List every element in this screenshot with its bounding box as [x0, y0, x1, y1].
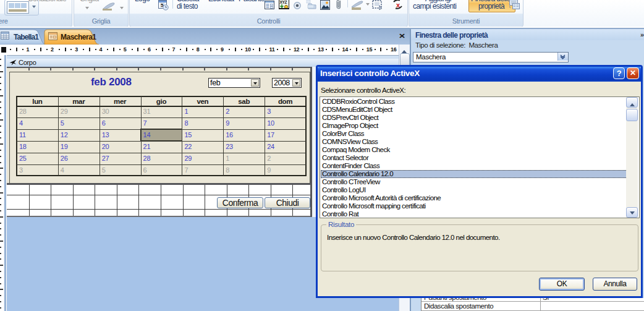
- svg-text:gio: gio: [156, 98, 167, 105]
- svg-text:XYZ: XYZ: [280, 0, 287, 4]
- svg-text:1: 1: [184, 108, 188, 115]
- svg-text:25: 25: [19, 155, 27, 162]
- svg-text:6: 6: [143, 166, 147, 174]
- svg-text:10: 10: [267, 119, 274, 127]
- svg-text:lun: lun: [32, 98, 43, 105]
- svg-text:28: 28: [143, 155, 151, 162]
- svg-text:9: 9: [267, 166, 271, 174]
- svg-text:3: 3: [267, 108, 271, 115]
- svg-text:28: 28: [19, 108, 27, 115]
- svg-text:12: 12: [61, 131, 68, 138]
- svg-text:sab: sab: [238, 98, 250, 105]
- svg-text:13: 13: [102, 131, 109, 138]
- svg-text:9: 9: [226, 119, 229, 127]
- svg-text:2: 2: [226, 108, 229, 115]
- svg-text:20: 20: [102, 143, 109, 150]
- svg-text:7: 7: [143, 119, 147, 127]
- svg-text:1: 1: [226, 155, 229, 162]
- svg-text:24: 24: [267, 143, 274, 150]
- svg-text:23: 23: [226, 143, 233, 150]
- svg-text:mer: mer: [114, 98, 127, 105]
- svg-text:27: 27: [102, 155, 109, 162]
- svg-text:31: 31: [143, 108, 151, 115]
- svg-text:16: 16: [226, 131, 233, 138]
- svg-text:3: 3: [19, 166, 23, 174]
- svg-text:30: 30: [102, 108, 109, 115]
- svg-text:19: 19: [61, 143, 68, 150]
- svg-text:ven: ven: [197, 98, 208, 105]
- svg-text:6: 6: [102, 119, 106, 127]
- svg-text:29: 29: [184, 155, 192, 162]
- svg-text:dom: dom: [278, 98, 292, 105]
- svg-text:17: 17: [267, 131, 274, 138]
- svg-text:15: 15: [184, 131, 192, 138]
- svg-text:7: 7: [184, 166, 188, 174]
- svg-text:2: 2: [267, 155, 271, 162]
- svg-text:11: 11: [19, 131, 26, 138]
- svg-text:4: 4: [19, 119, 23, 127]
- svg-text:18: 18: [19, 143, 27, 150]
- svg-text:29: 29: [61, 108, 68, 115]
- svg-text:5: 5: [102, 166, 106, 174]
- svg-text:mar: mar: [72, 98, 85, 105]
- svg-text:4: 4: [61, 166, 64, 174]
- svg-text:8: 8: [226, 166, 229, 174]
- svg-text:26: 26: [61, 155, 68, 162]
- svg-text:22: 22: [184, 143, 192, 150]
- svg-text:21: 21: [143, 143, 151, 150]
- svg-text:5: 5: [61, 119, 64, 127]
- svg-text:14: 14: [143, 131, 151, 138]
- svg-text:8: 8: [184, 119, 188, 127]
